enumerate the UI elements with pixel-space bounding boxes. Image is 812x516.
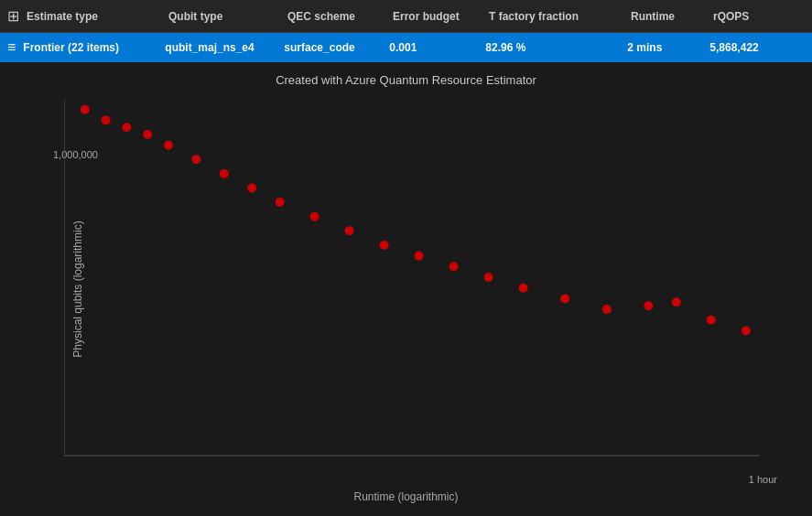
scatter-dot — [602, 305, 612, 314]
scatter-dot — [707, 316, 716, 325]
chart-title: Created with Azure Quantum Resource Esti… — [276, 73, 536, 87]
scatter-dot — [742, 327, 751, 336]
scatter-dot — [449, 262, 459, 271]
scatter-dot — [519, 284, 528, 293]
col-header-tfactory: T factory fraction — [489, 10, 631, 23]
col-header-qubit-type: Qubit type — [168, 10, 287, 23]
cell-rqops: 5,868,422 — [709, 41, 792, 54]
scatter-dot — [310, 212, 319, 221]
scatter-dot — [276, 198, 285, 207]
scatter-dot — [81, 105, 90, 114]
scatter-dot — [164, 141, 173, 150]
scatter-dot — [560, 294, 569, 303]
scatter-dot — [345, 226, 354, 235]
cell-error-budget: 0.001 — [389, 41, 485, 54]
scatter-dot — [220, 169, 229, 178]
header-columns: Estimate type Qubit type QEC scheme Erro… — [27, 10, 805, 23]
scatter-dot — [191, 155, 200, 164]
row-menu-icon: ≡ — [7, 39, 16, 56]
scatter-dot — [143, 130, 152, 139]
col-header-error-budget: Error budget — [393, 10, 489, 23]
chart-area: Created with Azure Quantum Resource Esti… — [0, 62, 812, 516]
scatter-dot — [672, 297, 681, 306]
col-header-rqops: rQOPS — [713, 10, 796, 23]
scatter-dot — [122, 123, 131, 132]
frontier-data-row[interactable]: ≡ Frontier (22 items) qubit_maj_ns_e4 su… — [0, 33, 812, 62]
cell-qubit-type: qubit_maj_ns_e4 — [165, 41, 284, 54]
scatter-dot — [247, 184, 256, 193]
scatter-dot — [102, 115, 111, 124]
col-header-runtime: Runtime — [631, 10, 713, 23]
scatter-chart — [64, 99, 787, 483]
scatter-dot — [415, 252, 424, 261]
scatter-dot — [644, 301, 653, 310]
scatter-dot — [380, 241, 389, 250]
scatter-dot — [484, 273, 493, 282]
cell-qec-scheme: surface_code — [284, 41, 389, 54]
x-axis-label: Runtime (logarithmic) — [353, 490, 458, 503]
table-header: ⊞ Estimate type Qubit type QEC scheme Er… — [0, 0, 812, 33]
col-header-qec: QEC scheme — [287, 10, 393, 23]
cell-estimate-type: Frontier (22 items) — [23, 41, 165, 54]
col-header-estimate-type: Estimate type — [27, 10, 168, 23]
cell-t-factory-fraction: 82.96 % — [485, 41, 627, 54]
table-icon: ⊞ — [7, 7, 19, 25]
cell-runtime: 2 mins — [627, 41, 709, 54]
